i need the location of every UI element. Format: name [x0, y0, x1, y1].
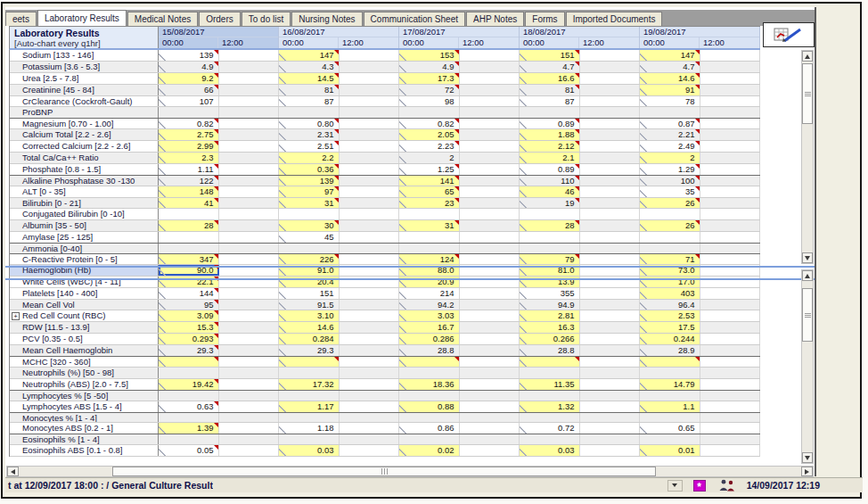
value-cell[interactable]: 0.87: [640, 119, 700, 128]
value-cell-empty[interactable]: [340, 153, 400, 163]
value-cell[interactable]: 2.75: [159, 129, 219, 140]
value-cell-empty[interactable]: [700, 107, 761, 118]
value-cell[interactable]: 144: [159, 288, 219, 299]
row-label[interactable]: Monocytes ABS [0.2 - 1]: [10, 423, 159, 434]
value-cell-empty[interactable]: [460, 164, 520, 175]
value-cell-empty[interactable]: [340, 391, 400, 401]
scroll-down-button[interactable]: [802, 452, 813, 463]
value-cell-empty[interactable]: [219, 413, 280, 423]
value-cell[interactable]: [279, 391, 340, 401]
value-cell-empty[interactable]: [340, 73, 400, 84]
row-label[interactable]: Bilirubin [0 - 21]: [10, 198, 159, 209]
tab-laboratory-results[interactable]: Laboratory Results: [37, 10, 127, 26]
value-cell[interactable]: 139: [159, 50, 219, 61]
value-cell[interactable]: [520, 357, 580, 367]
value-cell[interactable]: 0.65: [640, 423, 700, 434]
value-cell[interactable]: 0.286: [399, 334, 460, 344]
value-cell[interactable]: 95: [159, 300, 219, 310]
value-cell[interactable]: [159, 244, 219, 253]
value-cell-empty[interactable]: [340, 119, 400, 128]
value-cell[interactable]: [640, 232, 700, 243]
value-cell[interactable]: [399, 368, 460, 378]
value-cell[interactable]: 23: [399, 198, 460, 209]
value-cell-empty[interactable]: [460, 129, 520, 140]
value-cell-empty[interactable]: [460, 379, 520, 390]
value-cell-empty[interactable]: [460, 186, 520, 197]
value-cell-empty[interactable]: [460, 244, 520, 253]
value-cell-empty[interactable]: [580, 176, 641, 186]
column-date-label[interactable]: 18/08/2017: [520, 27, 639, 37]
value-cell-empty[interactable]: [700, 73, 761, 84]
value-cell[interactable]: 122: [159, 176, 219, 186]
value-cell[interactable]: 14.79: [640, 379, 700, 390]
value-cell[interactable]: 1.25: [399, 164, 460, 175]
value-cell[interactable]: 72: [399, 85, 460, 95]
value-cell[interactable]: [640, 357, 700, 367]
value-cell[interactable]: 347: [159, 254, 219, 264]
column-date-label[interactable]: 15/08/2017: [159, 27, 278, 37]
value-cell-empty[interactable]: [700, 141, 761, 152]
value-cell-empty[interactable]: [340, 310, 400, 321]
value-cell-empty[interactable]: [700, 322, 761, 333]
value-cell[interactable]: 19: [520, 198, 580, 209]
value-cell[interactable]: 2.23: [399, 141, 460, 152]
row-label[interactable]: Alkaline Phosphatase 30 -130: [10, 176, 159, 186]
value-cell[interactable]: [279, 357, 340, 367]
value-cell[interactable]: [159, 232, 219, 243]
value-cell-empty[interactable]: [219, 96, 280, 107]
column-time-label[interactable]: 12:00: [700, 37, 759, 48]
value-cell[interactable]: 16.7: [399, 322, 460, 333]
row-label[interactable]: Eosinophils % [1 - 4]: [10, 434, 159, 444]
value-cell[interactable]: 3.03: [399, 310, 460, 321]
row-label[interactable]: Amylase [25 - 125]: [10, 232, 159, 243]
tab-nursing-notes[interactable]: Nursing Notes: [291, 12, 362, 26]
value-cell[interactable]: 1.18: [279, 423, 340, 434]
value-cell[interactable]: 2: [640, 153, 700, 163]
value-cell[interactable]: 4.9: [159, 62, 219, 72]
value-cell[interactable]: [279, 107, 340, 118]
value-cell[interactable]: 0.63: [159, 401, 219, 412]
value-cell[interactable]: 66: [159, 85, 219, 95]
value-cell-empty[interactable]: [460, 153, 520, 163]
column-date-label[interactable]: 19/08/2017: [640, 27, 759, 37]
value-cell[interactable]: 2.99: [159, 141, 219, 152]
value-cell[interactable]: 81: [279, 85, 340, 95]
column-time-label[interactable]: 00:00: [159, 37, 218, 48]
value-cell[interactable]: 3.10: [279, 310, 340, 321]
value-cell-empty[interactable]: [700, 357, 761, 367]
value-cell[interactable]: 1.32: [520, 401, 580, 412]
scroll-up-button[interactable]: [802, 51, 813, 62]
value-cell[interactable]: 0.05: [159, 445, 219, 456]
value-cell[interactable]: 14.6: [640, 73, 700, 84]
value-cell[interactable]: 17.3: [399, 73, 460, 84]
value-cell[interactable]: 2.31: [279, 129, 340, 140]
value-cell[interactable]: 0.03: [279, 445, 340, 456]
value-cell[interactable]: 0.03: [520, 445, 580, 456]
value-cell-empty[interactable]: [580, 413, 641, 423]
column-time-label[interactable]: 00:00: [520, 37, 579, 48]
value-cell-empty[interactable]: [219, 368, 280, 378]
value-cell-empty[interactable]: [700, 288, 761, 299]
value-cell-empty[interactable]: [219, 445, 280, 456]
value-cell[interactable]: [640, 434, 700, 444]
value-cell-empty[interactable]: [460, 254, 520, 264]
column-time-label[interactable]: 00:00: [640, 37, 700, 48]
value-cell[interactable]: 3.09: [159, 310, 219, 321]
row-label[interactable]: Lymphocytes ABS [1.5 - 4]: [10, 401, 159, 412]
value-cell[interactable]: 4.7: [640, 62, 700, 72]
value-cell-empty[interactable]: [460, 119, 520, 128]
value-cell[interactable]: [279, 413, 340, 423]
value-cell-empty[interactable]: [340, 445, 400, 456]
value-cell[interactable]: 31: [399, 220, 460, 231]
value-cell-empty[interactable]: [340, 232, 400, 243]
value-cell[interactable]: 0.89: [520, 119, 580, 128]
value-cell[interactable]: 403: [640, 288, 700, 299]
value-cell[interactable]: 9.2: [159, 73, 219, 84]
value-cell-empty[interactable]: [340, 423, 400, 434]
value-cell-empty[interactable]: [580, 288, 641, 299]
value-cell-empty[interactable]: [460, 107, 520, 118]
value-cell[interactable]: 110: [520, 176, 580, 186]
value-cell[interactable]: 0.36: [279, 164, 340, 175]
value-cell-empty[interactable]: [340, 50, 400, 61]
vertical-scrollbar-top-pane[interactable]: [801, 50, 814, 264]
